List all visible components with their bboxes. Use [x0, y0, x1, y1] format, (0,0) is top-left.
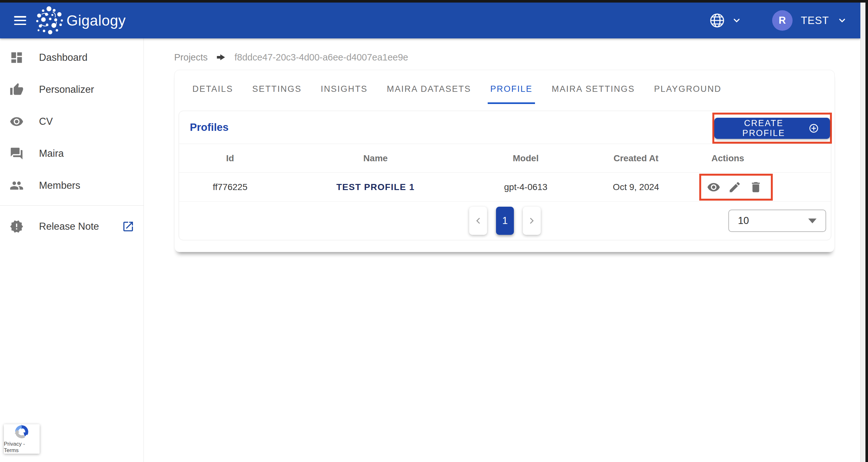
annotation-create-profile: CREATE PROFILE [712, 113, 832, 144]
column-header-name: Name [363, 153, 388, 164]
language-selector[interactable] [710, 13, 741, 28]
scrollbar-track[interactable] [860, 3, 865, 462]
open-in-new-icon [122, 220, 134, 233]
pagination-prev-button[interactable] [469, 207, 487, 235]
chevron-right-icon [527, 216, 536, 226]
table-header-row: Id Name Model Created At Actions [179, 144, 831, 173]
create-profile-label: CREATE PROFILE [725, 118, 802, 138]
eye-icon [9, 115, 24, 128]
recaptcha-badge[interactable]: Privacy - Terms [4, 424, 40, 454]
page-size-select[interactable]: 10 [728, 209, 826, 232]
table-row: ff776225 TEST PROFILE 1 gpt-4-0613 Oct 9… [179, 173, 831, 202]
sidebar-divider [0, 205, 144, 206]
cell-id: ff776225 [213, 182, 248, 192]
tab-settings[interactable]: SETTINGS [243, 74, 311, 104]
add-circle-icon [809, 122, 819, 134]
sidebar-item-personalizer[interactable]: Personalizer [0, 74, 144, 106]
sidebar: Dashboard Personalizer CV Maira Members … [0, 38, 144, 462]
breadcrumb-projects-link[interactable]: Projects [174, 52, 208, 63]
column-header-id: Id [226, 153, 234, 164]
panel-title: Profiles [190, 121, 228, 134]
sidebar-item-label: Maira [39, 148, 64, 159]
avatar: R [772, 10, 793, 31]
user-name: TEST [801, 15, 829, 27]
gigalogy-logo-icon [34, 5, 66, 36]
breadcrumb-project-id: f8ddce47-20c3-4d00-a6ee-d4007ea1ee9e [235, 52, 408, 63]
tab-maira-datasets[interactable]: MAIRA DATASETS [377, 74, 480, 104]
sidebar-item-cv[interactable]: CV [0, 106, 144, 138]
sidebar-item-maira[interactable]: Maira [0, 138, 144, 170]
sidebar-item-dashboard[interactable]: Dashboard [0, 41, 144, 74]
table-footer: 1 10 [179, 202, 831, 240]
brand-name: Gigalogy [66, 12, 126, 29]
column-header-created-at: Created At [614, 153, 659, 164]
cell-model: gpt-4-0613 [504, 182, 547, 192]
profiles-panel-header: Profiles CREATE PROFILE [179, 111, 831, 144]
sidebar-item-label: CV [39, 116, 53, 127]
new-releases-icon [9, 220, 24, 234]
window-top-edge [0, 0, 868, 3]
annotation-row-actions [699, 174, 773, 201]
project-tabs: DETAILS SETTINGS INSIGHTS MAIRA DATASETS… [175, 70, 834, 104]
sidebar-item-members[interactable]: Members [0, 170, 144, 202]
sidebar-item-label: Members [39, 180, 80, 191]
people-icon [9, 178, 24, 193]
chevron-down-icon [732, 16, 741, 25]
sidebar-item-label: Dashboard [39, 52, 88, 63]
cell-name-link[interactable]: TEST PROFILE 1 [336, 182, 414, 192]
chat-icon [9, 147, 24, 161]
brand[interactable]: Gigalogy [34, 5, 126, 36]
page-size-value: 10 [738, 215, 749, 227]
window-right-edge [865, 0, 868, 462]
sidebar-item-label: Personalizer [39, 84, 94, 95]
cell-created-at: Oct 9, 2024 [613, 182, 659, 192]
pagination-page-1-button[interactable]: 1 [496, 207, 514, 235]
column-header-actions: Actions [690, 153, 744, 164]
project-card: DETAILS SETTINGS INSIGHTS MAIRA DATASETS… [174, 70, 835, 252]
create-profile-button[interactable]: CREATE PROFILE [714, 118, 830, 139]
globe-icon [710, 13, 725, 28]
sidebar-item-release-note[interactable]: Release Note [0, 209, 144, 244]
pagination-next-button[interactable] [523, 207, 541, 235]
tab-details[interactable]: DETAILS [183, 74, 243, 104]
main-content: Projects f8ddce47-20c3-4d00-a6ee-d4007ea… [144, 38, 860, 462]
privacy-terms-links[interactable]: Privacy - Terms [4, 441, 40, 454]
menu-icon[interactable] [14, 16, 26, 25]
arrow-right-icon [216, 52, 226, 62]
tab-playground[interactable]: PLAYGROUND [644, 74, 731, 104]
column-header-model: Model [513, 153, 539, 164]
chevron-down-icon [837, 16, 847, 25]
breadcrumb: Projects f8ddce47-20c3-4d00-a6ee-d4007ea… [174, 51, 408, 64]
profiles-table: Id Name Model Created At Actions ff77622… [179, 144, 831, 202]
caret-down-icon [808, 219, 816, 223]
user-menu[interactable]: R TEST [772, 10, 847, 31]
tab-insights[interactable]: INSIGHTS [311, 74, 377, 104]
recaptcha-icon [12, 424, 31, 439]
row-actions [690, 173, 831, 201]
chevron-left-icon [473, 216, 483, 226]
dashboard-icon [9, 51, 24, 65]
tab-maira-settings[interactable]: MAIRA SETTINGS [542, 74, 644, 104]
thumb-up-icon [9, 83, 24, 97]
sidebar-item-label: Release Note [39, 221, 99, 232]
tab-profile[interactable]: PROFILE [480, 74, 542, 104]
profiles-panel: Profiles CREATE PROFILE Id Name Model Cr… [179, 111, 831, 240]
top-navbar: Gigalogy R TEST [0, 3, 860, 38]
pagination: 1 [469, 207, 541, 235]
